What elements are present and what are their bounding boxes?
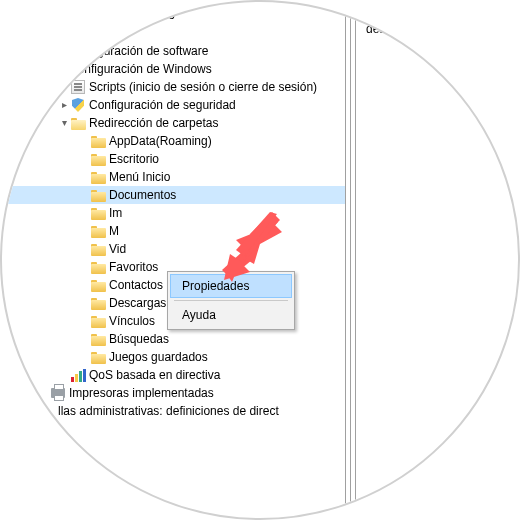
folder-icon: [90, 169, 106, 185]
tree-view[interactable]: n de usuario vas ▸ Configuración de soft…: [2, 2, 345, 420]
tree-item-plantillas[interactable]: llas administrativas: definiciones de di…: [2, 402, 345, 420]
tree-item-imagenes[interactable]: Im: [2, 204, 345, 222]
tree-item-config-software[interactable]: ▸ Configuración de software: [2, 42, 345, 60]
tree-item-label: Redirección de carpetas: [89, 114, 222, 132]
folder-icon: [90, 151, 106, 167]
tree-item-label: n de usuario: [109, 6, 179, 24]
tree-item[interactable]: n de usuario: [2, 6, 345, 24]
tree-item-label: Configuración de Windows: [69, 60, 216, 78]
tree-pane: n de usuario vas ▸ Configuración de soft…: [2, 2, 346, 520]
qos-bars-icon: [70, 367, 86, 383]
folder-icon: [90, 313, 106, 329]
folder-icon: [90, 187, 106, 203]
tree-item-label: Juegos guardados: [109, 348, 212, 366]
collapse-icon[interactable]: ▾: [38, 60, 50, 78]
printer-icon: [50, 385, 66, 401]
tree-item-redireccion[interactable]: ▾ Redirección de carpetas: [2, 114, 345, 132]
tree-item-videos[interactable]: Vid: [2, 240, 345, 258]
tree-item-juegos[interactable]: Juegos guardados: [2, 348, 345, 366]
folder-icon: [90, 331, 106, 347]
tree-item-label: Menú Inicio: [109, 168, 174, 186]
folder-icon: [90, 295, 106, 311]
tree-item-label: Descargas: [109, 294, 170, 312]
tree-item-seguridad[interactable]: ▸ Configuración de seguridad: [2, 96, 345, 114]
folder-icon: [90, 277, 106, 293]
tree-item-label: AppData(Roaming): [109, 132, 216, 150]
folder-icon: [90, 223, 106, 239]
folder-icon: [72, 25, 88, 41]
shield-icon: [70, 97, 86, 113]
tree-item-label: Búsquedas: [109, 330, 173, 348]
tree-item-escritorio[interactable]: Escritorio: [2, 150, 345, 168]
menu-item-propiedades[interactable]: Propiedades: [170, 274, 292, 298]
tree-item-label: Documentos: [109, 186, 180, 204]
circular-mask: n de usuario vas ▸ Configuración de soft…: [0, 0, 520, 520]
tree-item-label: vas: [91, 24, 114, 42]
tree-item-impresoras[interactable]: Impresoras implementadas: [2, 384, 345, 402]
context-menu: Propiedades Ayuda: [167, 271, 295, 330]
tree-item-scripts[interactable]: Scripts (inicio de sesión o cierre de se…: [2, 78, 345, 96]
tree-item-appdata[interactable]: AppData(Roaming): [2, 132, 345, 150]
expand-icon[interactable]: ▸: [38, 42, 50, 60]
details-text: Se: [366, 8, 514, 22]
tree-item-label: M: [109, 222, 123, 240]
folder-icon: [50, 43, 66, 59]
tree-item-label: Contactos: [109, 276, 167, 294]
menu-item-ayuda[interactable]: Ayuda: [170, 303, 292, 327]
folder-open-icon: [70, 115, 86, 131]
folder-icon: [90, 241, 106, 257]
tree-item[interactable]: vas: [2, 24, 345, 42]
tree-item-config-windows[interactable]: ▾ Configuración de Windows: [2, 60, 345, 78]
tree-item-label: Favoritos: [109, 258, 162, 276]
menu-item-label: Ayuda: [182, 308, 216, 322]
collapse-icon[interactable]: ▾: [58, 114, 70, 132]
menu-item-label: Propiedades: [182, 279, 249, 293]
tree-item-label: Impresoras implementadas: [69, 384, 218, 402]
tree-item-label: Vínculos: [109, 312, 159, 330]
folder-open-icon: [50, 61, 66, 77]
tree-item-label: Configuración de seguridad: [89, 96, 240, 114]
tree-item-label: llas administrativas: definiciones de di…: [58, 402, 283, 420]
details-pane: Se descripc: [358, 2, 520, 520]
folder-icon: [90, 205, 106, 221]
tree-item-label: Vid: [109, 240, 130, 258]
tree-item-documentos[interactable]: Documentos: [2, 186, 345, 204]
pane-splitter[interactable]: [350, 2, 356, 520]
folder-icon: [90, 349, 106, 365]
folder-icon: [90, 259, 106, 275]
tree-item-menu-inicio[interactable]: Menú Inicio: [2, 168, 345, 186]
folder-icon: [90, 133, 106, 149]
script-icon: [70, 79, 86, 95]
tree-item-label: Scripts (inicio de sesión o cierre de se…: [89, 78, 321, 96]
folder-icon: [90, 7, 106, 23]
details-text: descripc: [366, 22, 514, 36]
tree-item-musica[interactable]: M: [2, 222, 345, 240]
tree-item-label: Escritorio: [109, 150, 163, 168]
tree-item-label: Im: [109, 204, 126, 222]
tree-item-label: Configuración de software: [69, 42, 212, 60]
menu-separator: [174, 300, 288, 301]
expand-icon[interactable]: ▸: [58, 96, 70, 114]
tree-item-qos[interactable]: QoS basada en directiva: [2, 366, 345, 384]
tree-item-busquedas[interactable]: Búsquedas: [2, 330, 345, 348]
tree-item-label: QoS basada en directiva: [89, 366, 224, 384]
